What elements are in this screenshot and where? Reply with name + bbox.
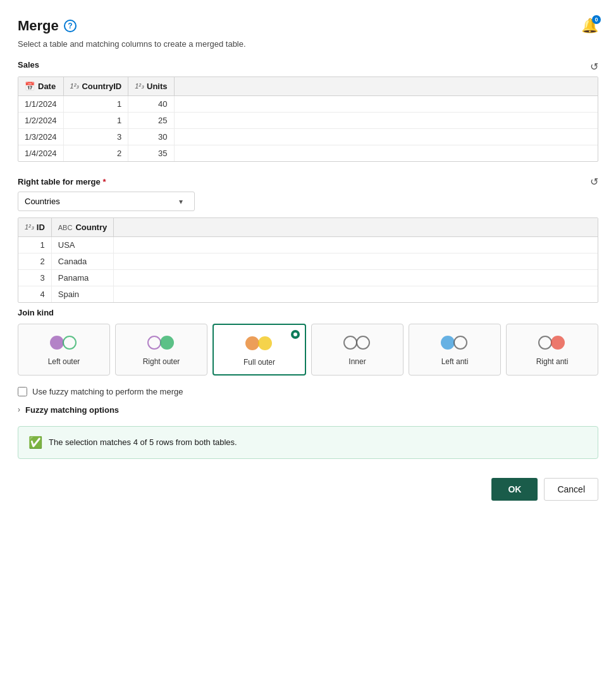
left-anti-icon [440,333,470,352]
right-table-refresh-icon[interactable]: ↺ [590,176,598,188]
country-name-3: Panama [51,270,113,286]
sales-units-2: 25 [128,113,174,129]
success-banner: ✅ The selection matches 4 of 5 rows from… [18,426,598,459]
success-text: The selection matches 4 of 5 rows from b… [49,437,237,447]
join-card-left-anti[interactable]: Left anti [409,324,501,376]
right-table-dropdown[interactable]: Countries [18,192,195,211]
right-table-dropdown-wrapper: Countries ▾ [18,192,598,211]
sales-col-date[interactable]: 📅 Date [18,77,63,96]
sales-date-3: 1/3/2024 [18,129,63,145]
ok-button[interactable]: OK [491,478,538,501]
notification-badge: 0 [592,15,601,24]
countries-table: 1²₃ ID ABC Country 1 US [18,218,598,302]
sales-col-countryid[interactable]: 1²₃ CountryID [63,77,128,96]
country-empty-3 [114,270,598,286]
inner-label: Inner [348,357,366,367]
join-card-right-outer[interactable]: Right outer [115,324,207,376]
join-card-left-outer[interactable]: Left outer [18,324,110,376]
right-anti-label: Right anti [536,357,569,367]
full-outer-label: Full outer [243,358,275,368]
join-kind-label: Join kind [18,308,598,317]
join-card-inner[interactable]: Inner [311,324,403,376]
sales-col-empty [174,77,598,96]
table-row: 1 USA [18,237,598,253]
sales-units-1: 40 [128,96,174,113]
fuzzy-checkbox[interactable] [18,387,27,396]
join-card-full-outer[interactable]: Full outer [213,324,306,376]
dialog-header: Merge ? 🔔 0 [18,18,598,34]
help-icon[interactable]: ? [64,20,77,32]
country-name-4: Spain [51,286,113,303]
fuzzy-options-row[interactable]: › Fuzzy matching options [18,405,598,415]
sales-date-4: 1/4/2024 [18,145,63,162]
notification-icon[interactable]: 🔔 0 [581,18,598,34]
full-outer-icon [244,334,274,353]
country-id-2: 2 [18,253,51,270]
join-card-right-anti[interactable]: Right anti [506,324,598,376]
table-row: 2 Canada [18,253,598,270]
table-row: 3 Panama [18,270,598,286]
dialog-title: Merge [18,18,59,34]
fuzzy-options-label: Fuzzy matching options [25,405,119,415]
dialog-subtitle: Select a table and matching columns to c… [18,39,598,49]
success-check-icon: ✅ [28,436,42,449]
sales-col-units[interactable]: 1²₃ Units [128,77,174,96]
left-anti-label: Left anti [441,357,469,367]
sales-countryid-1: 1 [63,96,128,113]
countries-col-country[interactable]: ABC Country [51,218,113,237]
sales-empty-1 [174,96,598,113]
sales-header: Sales ↺ [18,60,598,73]
sales-label: Sales [18,60,39,70]
sales-date-1: 1/1/2024 [18,96,63,113]
sales-countryid-3: 3 [63,129,128,145]
country-id-4: 4 [18,286,51,303]
merge-dialog: Merge ? 🔔 0 Select a table and matching … [0,0,616,684]
sales-units-4: 35 [128,145,174,162]
sales-empty-3 [174,129,598,145]
sales-units-3: 30 [128,129,174,145]
left-outer-label: Left outer [48,357,80,367]
sales-empty-2 [174,113,598,129]
country-id-1: 1 [18,237,51,253]
country-id-3: 3 [18,270,51,286]
inner-icon [342,333,373,352]
right-table-label: Right table for merge * [18,177,106,186]
sales-table-wrapper: 📅 Date 1²₃ CountryID 1²₃ Units [18,76,598,162]
table-row: 4 Spain [18,286,598,303]
join-options: Left outer Right outer Full outer [18,324,598,376]
countries-col-id[interactable]: 1²₃ ID [18,218,51,237]
country-name-2: Canada [51,253,113,270]
countries-col-empty [114,218,598,237]
right-anti-icon [537,333,567,352]
sales-countryid-2: 1 [63,113,128,129]
calendar-icon: 📅 [25,82,35,91]
footer-buttons: OK Cancel [18,478,598,501]
left-outer-icon [49,333,79,352]
sales-refresh-icon[interactable]: ↺ [590,61,598,73]
table-row: 1/1/2024 1 40 [18,96,598,113]
right-table-header: Right table for merge * ↺ [18,176,598,188]
right-outer-icon [146,333,176,352]
sales-table: 📅 Date 1²₃ CountryID 1²₃ Units [18,77,598,161]
cancel-button[interactable]: Cancel [544,478,598,501]
fuzzy-checkbox-row: Use fuzzy matching to perform the merge [18,387,598,396]
fuzzy-checkbox-label[interactable]: Use fuzzy matching to perform the merge [32,387,183,396]
country-empty-2 [114,253,598,270]
table-row: 1/4/2024 2 35 [18,145,598,162]
sales-date-2: 1/2/2024 [18,113,63,129]
chevron-right-icon: › [18,405,20,414]
title-area: Merge ? [18,18,77,34]
country-empty-1 [114,237,598,253]
country-name-1: USA [51,237,113,253]
table-row: 1/2/2024 1 25 [18,113,598,129]
sales-countryid-4: 2 [63,145,128,162]
selected-indicator [291,330,300,339]
required-indicator: * [102,177,106,186]
countries-table-wrapper: 1²₃ ID ABC Country 1 US [18,217,598,303]
sales-empty-4 [174,145,598,162]
right-outer-label: Right outer [143,357,180,367]
table-row: 1/3/2024 3 30 [18,129,598,145]
country-empty-4 [114,286,598,303]
